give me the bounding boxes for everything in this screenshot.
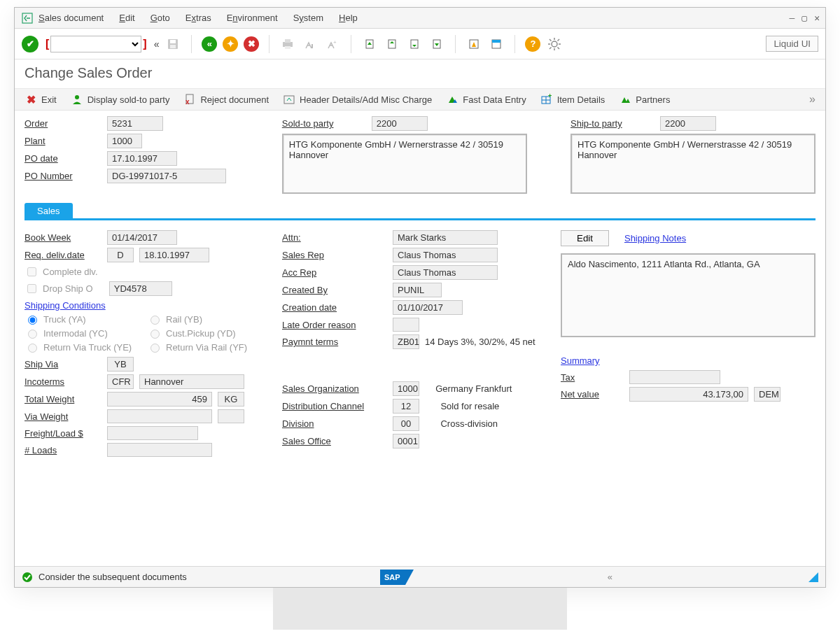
exit-button[interactable]: ✦ — [223, 36, 238, 52]
find-next-icon[interactable]: + — [324, 36, 341, 52]
reqdate-field[interactable]: 18.10.1997 — [139, 248, 209, 262]
menu-extras[interactable]: Extras — [186, 13, 211, 23]
division-field[interactable]: 00 — [393, 416, 419, 431]
find-icon[interactable] — [302, 36, 318, 52]
ponum-label: PO Number — [24, 171, 102, 181]
svg-point-37 — [22, 572, 32, 582]
cancel-button[interactable]: ✖ — [244, 36, 259, 52]
fast-entry-action[interactable]: Fast Data Entry — [446, 93, 526, 106]
help-icon[interactable]: ? — [525, 36, 540, 52]
menu-edit[interactable]: Edit — [119, 13, 134, 23]
more-actions-icon[interactable]: » — [809, 93, 816, 106]
settings-icon[interactable] — [546, 36, 563, 52]
resize-grip-icon[interactable] — [808, 572, 818, 582]
enter-button[interactable]: ✔ — [22, 36, 38, 52]
radio-truck[interactable]: Truck (YA) — [24, 313, 140, 325]
svg-text:+: + — [333, 39, 337, 45]
accrep-field[interactable]: Claus Thomas — [393, 265, 498, 280]
header-details-action[interactable]: Header Details/Add Misc Charge — [283, 93, 432, 106]
liquid-ui-button[interactable]: Liquid UI — [766, 36, 818, 52]
history-back-icon[interactable]: « — [154, 38, 160, 50]
save-icon[interactable] — [164, 36, 181, 52]
svg-marker-40 — [808, 572, 818, 582]
ponum-field[interactable]: DG-19971017-5 — [107, 169, 226, 183]
menu-help[interactable]: Help — [339, 13, 358, 23]
radio-return-truck[interactable]: Return Via Truck (YE) — [24, 341, 140, 353]
shortcut-icon[interactable] — [488, 36, 505, 52]
totalweight-field[interactable]: 459 — [107, 392, 212, 407]
podate-field[interactable]: 17.10.1997 — [107, 151, 177, 166]
lateorder-field[interactable] — [393, 318, 419, 332]
soldto-field[interactable]: 2200 — [372, 116, 428, 131]
status-collapse-icon[interactable]: « — [608, 572, 612, 582]
salesrep-field[interactable]: Claus Thomas — [393, 248, 498, 262]
exit-action[interactable]: ✖ Exit — [24, 93, 57, 106]
back-button[interactable]: « — [202, 36, 217, 52]
triangle-multi-icon — [446, 93, 458, 106]
complete-dlv-checkbox[interactable]: Complete dlv. — [24, 265, 262, 278]
viaweight-field[interactable] — [107, 409, 212, 423]
partners-action[interactable]: Partners — [619, 93, 670, 106]
salesoffice-field[interactable]: 0001 — [393, 434, 419, 448]
radio-custpickup[interactable]: Cust.Pickup (YD) — [147, 327, 262, 339]
shipping-notes-link[interactable]: Shipping Notes — [624, 233, 686, 243]
new-session-icon[interactable] — [465, 36, 482, 52]
tax-field[interactable] — [629, 370, 720, 384]
radio-intermodal[interactable]: Intermodal (YC) — [24, 327, 140, 339]
tab-sales[interactable]: Sales — [24, 203, 73, 219]
createdby-field[interactable]: PUNIL — [393, 283, 442, 297]
dropship-field[interactable]: YD4578 — [109, 281, 172, 296]
sap-logo: SAP — [380, 570, 414, 585]
menu-goto[interactable]: Goto — [150, 13, 170, 23]
first-page-icon[interactable] — [361, 36, 378, 52]
netvalue-currency[interactable]: DEM — [754, 387, 780, 402]
menu-system[interactable]: System — [293, 13, 323, 23]
loads-field[interactable] — [107, 443, 212, 457]
print-icon[interactable] — [279, 36, 296, 52]
salesorg-label: Sales Organization — [282, 383, 387, 394]
soldto-address[interactable]: HTG Komponente GmbH / Wernerstrasse 42 /… — [282, 134, 527, 194]
window-minimize-icon[interactable]: — — [790, 13, 795, 23]
shipto-field[interactable]: 2200 — [660, 116, 716, 131]
attn-field[interactable]: Mark Starks — [393, 230, 498, 245]
command-select[interactable] — [50, 36, 141, 52]
salesorg-field[interactable]: 1000 — [393, 381, 419, 396]
partners-icon — [619, 93, 631, 106]
display-soldto-action[interactable]: Display sold-to party — [71, 93, 170, 106]
distchannel-field[interactable]: 12 — [393, 399, 419, 414]
radio-rail[interactable]: Rail (YB) — [147, 313, 262, 325]
radio-return-rail[interactable]: Return Via Rail (YF) — [147, 341, 262, 353]
reject-action[interactable]: x Reject document — [183, 93, 269, 106]
window-maximize-icon[interactable]: ▢ — [802, 13, 807, 23]
menu-environment[interactable]: Environment — [227, 13, 278, 23]
incoterms-text[interactable]: Hannover — [139, 374, 244, 389]
prev-page-icon[interactable] — [384, 36, 400, 52]
menu-sales-document[interactable]: Sales document — [38, 13, 104, 23]
totalweight-unit[interactable]: KG — [218, 392, 244, 407]
shipping-notes-box[interactable]: Aldo Nascimento, 1211 Atlanta Rd., Atlan… — [561, 253, 816, 337]
menu-more-icon[interactable] — [20, 11, 34, 25]
command-field[interactable]: [ ] — [44, 36, 148, 52]
viaweight-label: Via Weight — [24, 411, 102, 422]
incoterms-label: Incoterms — [24, 376, 102, 387]
dropship-checkbox[interactable]: Drop Ship O — [24, 282, 93, 295]
window-close-icon[interactable]: ✕ — [814, 13, 820, 23]
reqdate-code-field[interactable]: D — [107, 248, 134, 262]
division-label: Division — [282, 418, 387, 429]
freight-field[interactable] — [107, 426, 198, 440]
shipto-address[interactable]: HTG Komponente GmbH / Wernerstrasse 42 /… — [570, 134, 816, 194]
edit-button[interactable]: Edit — [561, 230, 609, 246]
order-field[interactable]: 5231 — [107, 116, 163, 131]
item-details-action[interactable]: + Item Details — [540, 93, 606, 106]
creationdate-field[interactable]: 01/10/2017 — [393, 300, 463, 315]
paymentterms-code[interactable]: ZB01 — [393, 334, 419, 349]
netvalue-field[interactable]: 43.173,00 — [629, 387, 748, 402]
shipvia-field[interactable]: YB — [107, 357, 134, 372]
plant-field[interactable]: 1000 — [107, 134, 142, 148]
bookweek-field[interactable]: 01/14/2017 — [107, 230, 177, 245]
next-page-icon[interactable] — [406, 36, 423, 52]
incoterms-code[interactable]: CFR — [107, 374, 134, 389]
viaweight-unit[interactable] — [218, 409, 244, 423]
svg-rect-3 — [170, 45, 176, 48]
last-page-icon[interactable] — [428, 36, 445, 52]
